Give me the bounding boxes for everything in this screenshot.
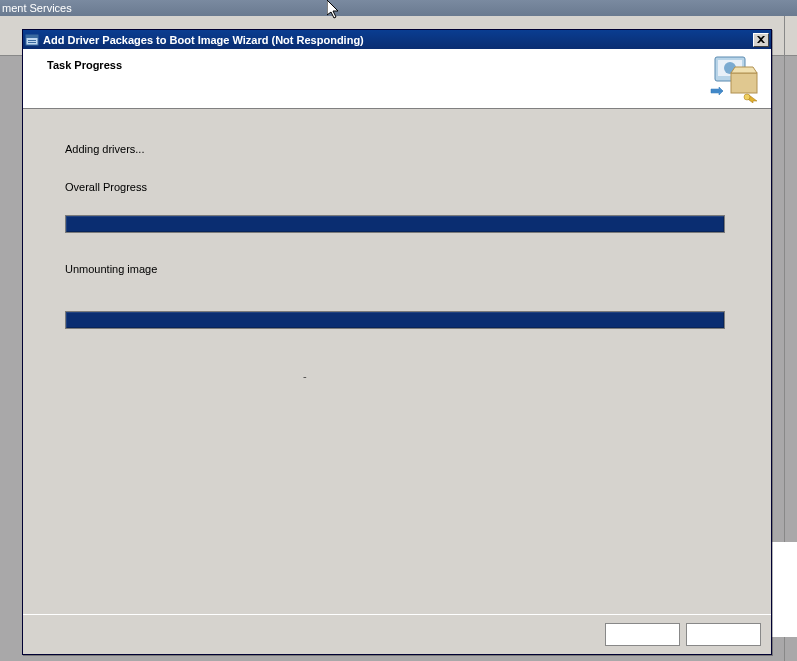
overall-progress-bar — [65, 215, 725, 233]
close-button[interactable] — [753, 33, 769, 47]
subtask-label: Unmounting image — [65, 263, 729, 275]
subtask-progress-bar — [65, 311, 725, 329]
status-text: Adding drivers... — [65, 143, 729, 155]
wizard-titlebar[interactable]: Add Driver Packages to Boot Image Wizard… — [23, 30, 771, 49]
svg-rect-3 — [28, 42, 36, 43]
svg-rect-2 — [28, 40, 36, 41]
background-window-titlebar: ment Services — [0, 0, 797, 16]
close-icon — [757, 36, 765, 43]
wizard-body: Adding drivers... Overall Progress Unmou… — [23, 109, 771, 339]
overall-progress-label: Overall Progress — [65, 181, 729, 193]
svg-rect-7 — [731, 73, 757, 93]
wizard-header-icon — [709, 55, 761, 103]
wizard-dialog: Add Driver Packages to Boot Image Wizard… — [22, 29, 772, 655]
wizard-app-icon — [25, 33, 39, 47]
stray-dash-text: - — [303, 370, 307, 382]
wizard-header: Task Progress — [23, 49, 771, 109]
svg-rect-1 — [26, 35, 38, 38]
wizard-title: Add Driver Packages to Boot Image Wizard… — [43, 34, 753, 46]
svg-point-8 — [744, 94, 750, 100]
footer-button-1[interactable] — [605, 623, 680, 646]
footer-button-2[interactable] — [686, 623, 761, 646]
background-window-title: ment Services — [2, 2, 72, 14]
page-title: Task Progress — [47, 59, 122, 71]
wizard-footer — [23, 614, 771, 654]
